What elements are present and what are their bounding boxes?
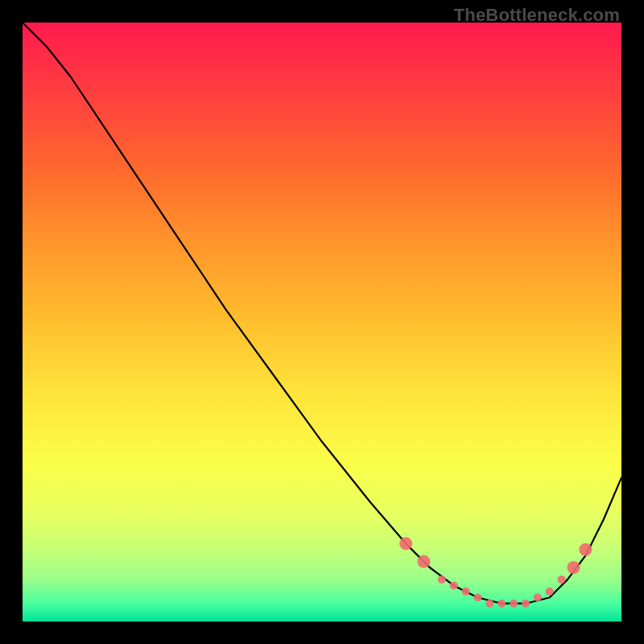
- valley-dots-group: [399, 537, 592, 607]
- valley-dot: [399, 537, 412, 550]
- valley-dot: [579, 543, 592, 556]
- bottleneck-curve: [23, 23, 621, 604]
- curve-svg: [23, 23, 621, 621]
- valley-dot: [522, 600, 530, 608]
- valley-dot: [418, 555, 431, 568]
- chart-stage: TheBottleneck.com: [0, 0, 644, 644]
- valley-dot: [462, 588, 470, 596]
- valley-dot: [450, 581, 458, 589]
- plot-area: [23, 23, 621, 621]
- valley-dot: [558, 576, 566, 584]
- valley-dot: [568, 561, 580, 574]
- valley-dot: [473, 593, 481, 601]
- valley-dot: [438, 576, 446, 584]
- valley-dot: [510, 600, 518, 608]
- valley-dot: [485, 600, 493, 608]
- valley-dot: [546, 588, 554, 596]
- valley-dot: [497, 600, 506, 608]
- valley-dot: [534, 593, 542, 601]
